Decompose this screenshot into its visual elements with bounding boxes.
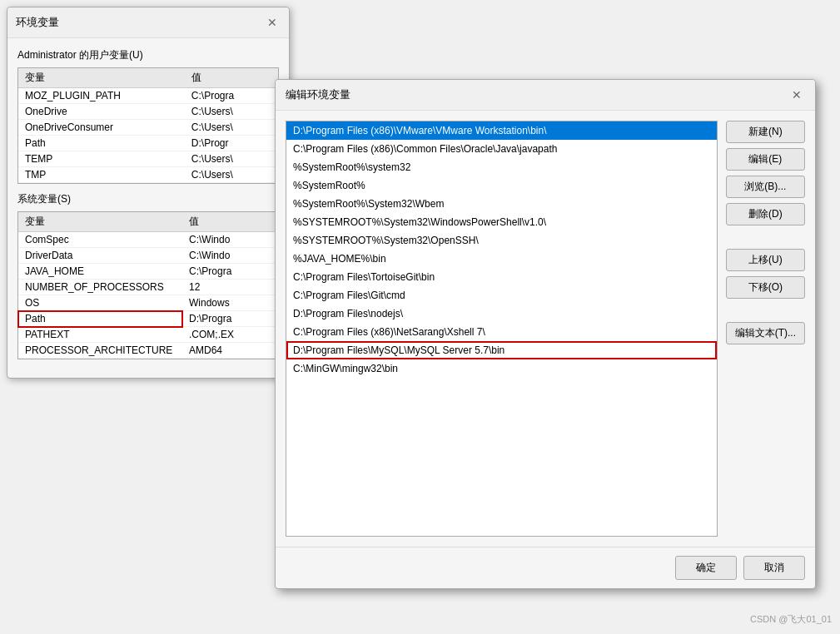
env-dialog-titlebar: 环境变量 ✕ — [7, 7, 289, 38]
system-var-row[interactable]: PATHEXT.COM;.EX — [18, 327, 278, 343]
user-vars-table-container: 变量 值 MOZ_PLUGIN_PATHC:\PrograOneDriveC:\… — [17, 67, 279, 184]
system-var-row[interactable]: PathD:\Progra — [18, 311, 278, 327]
path-list: D:\Program Files (x86)\VMware\VMware Wor… — [286, 121, 717, 378]
user-var-row[interactable]: OneDriveConsumerC:\Users\ — [18, 120, 278, 136]
cancel-button[interactable]: 取消 — [743, 556, 805, 580]
user-col-var: 变量 — [18, 68, 185, 88]
system-var-row[interactable]: OSWindows — [18, 295, 278, 311]
user-col-value: 值 — [185, 68, 278, 88]
path-list-item[interactable]: D:\Program Files (x86)\VMware\VMware Wor… — [286, 121, 717, 140]
system-var-row[interactable]: NUMBER_OF_PROCESSORS12 — [18, 280, 278, 295]
path-list-item[interactable]: %SYSTEMROOT%\System32\OpenSSH\ — [286, 231, 717, 250]
move-up-button[interactable]: 上移(U) — [726, 249, 805, 271]
edit-dialog-footer: 确定 取消 — [276, 547, 815, 588]
system-var-row[interactable]: DriverDataC:\Windo — [18, 248, 278, 264]
sys-col-value: 值 — [182, 212, 278, 232]
path-list-item[interactable]: C:\Program Files\Git\cmd — [286, 286, 717, 305]
system-vars-table: 变量 值 ComSpecC:\WindoDriverDataC:\WindoJA… — [18, 212, 278, 359]
watermark: CSDN @飞大01_01 — [750, 613, 832, 626]
edit-dialog-body: D:\Program Files (x86)\VMware\VMware Wor… — [276, 111, 815, 547]
system-var-row[interactable]: JAVA_HOMEC:\Progra — [18, 264, 278, 280]
path-list-item[interactable]: D:\Program Files\nodejs\ — [286, 305, 717, 323]
new-button[interactable]: 新建(N) — [726, 121, 805, 143]
edit-action-buttons: 新建(N) 编辑(E) 浏览(B)... 删除(D) 上移(U) 下移(O) 编… — [726, 121, 805, 537]
edit-dialog-title: 编辑环境变量 — [286, 87, 350, 102]
path-list-item[interactable]: %SystemRoot%\System32\Wbem — [286, 195, 717, 213]
user-var-row[interactable]: TEMPC:\Users\ — [18, 151, 278, 167]
env-dialog-title: 环境变量 — [16, 15, 59, 30]
confirm-button[interactable]: 确定 — [675, 556, 737, 580]
edit-button[interactable]: 编辑(E) — [726, 148, 805, 171]
user-vars-table: 变量 值 MOZ_PLUGIN_PATHC:\PrograOneDriveC:\… — [18, 68, 278, 183]
env-variables-dialog: 环境变量 ✕ Administrator 的用户变量(U) 变量 值 MOZ_P… — [7, 7, 290, 379]
edit-env-dialog: 编辑环境变量 ✕ D:\Program Files (x86)\VMware\V… — [275, 79, 816, 589]
path-list-item[interactable]: C:\Program Files (x86)\NetSarang\Xshell … — [286, 323, 717, 341]
path-list-item[interactable]: C:\Program Files\TortoiseGit\bin — [286, 268, 717, 286]
path-list-item[interactable]: D:\Program Files\MySQL\MySQL Server 5.7\… — [286, 341, 717, 359]
browse-button[interactable]: 浏览(B)... — [726, 176, 805, 198]
system-vars-table-container: 变量 值 ComSpecC:\WindoDriverDataC:\WindoJA… — [17, 211, 279, 359]
path-list-item[interactable]: %SystemRoot%\system32 — [286, 158, 717, 176]
path-list-item[interactable]: C:\Program Files (x86)\Common Files\Orac… — [286, 140, 717, 158]
env-dialog-body: Administrator 的用户变量(U) 变量 值 MOZ_PLUGIN_P… — [7, 38, 289, 378]
system-var-row[interactable]: ComSpecC:\Windo — [18, 232, 278, 248]
edit-text-button[interactable]: 编辑文本(T)... — [726, 322, 805, 344]
sys-col-var: 变量 — [18, 212, 182, 232]
user-var-row[interactable]: TMPC:\Users\ — [18, 167, 278, 183]
user-var-row[interactable]: MOZ_PLUGIN_PATHC:\Progra — [18, 88, 278, 104]
path-list-item[interactable]: %SYSTEMROOT%\System32\WindowsPowerShell\… — [286, 213, 717, 231]
path-list-item[interactable]: %JAVA_HOME%\bin — [286, 250, 717, 268]
user-section-label: Administrator 的用户变量(U) — [17, 48, 279, 62]
system-section-label: 系统变量(S) — [17, 192, 279, 206]
user-var-row[interactable]: OneDriveC:\Users\ — [18, 104, 278, 120]
user-var-row[interactable]: PathD:\Progr — [18, 136, 278, 151]
edit-dialog-titlebar: 编辑环境变量 ✕ — [276, 80, 815, 111]
edit-dialog-close-button[interactable]: ✕ — [788, 87, 805, 103]
system-var-row[interactable]: PROCESSOR_ARCHITECTUREAMD64 — [18, 343, 278, 359]
move-down-button[interactable]: 下移(O) — [726, 276, 805, 299]
path-list-item[interactable]: %SystemRoot% — [286, 176, 717, 195]
path-list-item[interactable]: C:\MinGW\mingw32\bin — [286, 359, 717, 378]
path-list-container: D:\Program Files (x86)\VMware\VMware Wor… — [286, 121, 718, 537]
env-dialog-close-button[interactable]: ✕ — [264, 14, 281, 31]
delete-button[interactable]: 删除(D) — [726, 203, 805, 225]
